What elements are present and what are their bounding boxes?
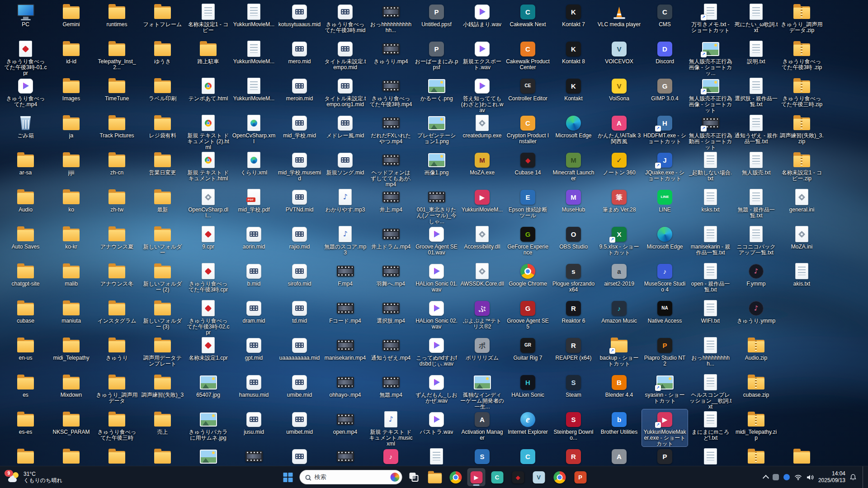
desktop-icon[interactable]: KKontakt 7: [551, 2, 596, 39]
desktop-icon[interactable]: C: [505, 446, 551, 466]
desktop-icon[interactable]: gpt.mid: [231, 335, 277, 372]
volume-icon[interactable]: [807, 474, 814, 480]
desktop-icon[interactable]: zh-tw: [94, 187, 140, 224]
desktop-icon[interactable]: 新しいフォルダー: [140, 224, 185, 261]
desktop-icon[interactable]: ずんだもん_しおかぜ.wav: [414, 372, 459, 409]
desktop-icon[interactable]: ♪: [368, 446, 414, 466]
desktop-icon[interactable]: b.mid: [231, 261, 277, 298]
desktop-icon[interactable]: CCrypton Product Installer: [505, 113, 551, 150]
notification-bell-icon[interactable]: [850, 474, 856, 481]
desktop-icon[interactable]: タイトル未設定.tempo.mid: [322, 39, 368, 76]
desktop-icon[interactable]: mid_学校.mid: [277, 113, 322, 150]
desktop-icon[interactable]: きゅうり_調声用データ: [94, 372, 140, 409]
desktop-icon[interactable]: td.mid: [277, 298, 322, 335]
desktop-icon[interactable]: Fコード.mp4: [322, 298, 368, 335]
desktop-icon[interactable]: ar-sa: [3, 150, 48, 187]
desktop-icon[interactable]: midi_Telepathy.zip: [733, 409, 779, 446]
desktop-icon[interactable]: [733, 446, 779, 466]
desktop-icon[interactable]: PUntitled.ppsf: [414, 2, 459, 39]
desktop-icon[interactable]: eInternet Explorer: [505, 409, 551, 446]
taskbar-yukkuri-movie-maker[interactable]: ▶: [467, 468, 486, 486]
desktop-icon[interactable]: レジ袋有料: [140, 113, 185, 150]
desktop-icon[interactable]: ↗無人販売不正行為画像 - ショートカット: [688, 76, 733, 113]
desktop-icon[interactable]: PPiapro Studio NT2: [642, 335, 688, 372]
desktop-icon[interactable]: createdump.exe: [459, 113, 505, 150]
desktop-icon[interactable]: [140, 446, 185, 466]
desktop-icon[interactable]: フォトフレーム: [140, 2, 185, 39]
desktop-icon[interactable]: manisekarin.mp4: [322, 335, 368, 372]
desktop-icon[interactable]: 名称未設定1.cpr: [185, 335, 231, 372]
desktop-icon[interactable]: 無題 - 親作品一覧.txt: [733, 187, 779, 224]
desktop-icon[interactable]: S: [459, 446, 505, 466]
desktop-icon[interactable]: 選択肢.mp4: [368, 298, 414, 335]
desktop-icon[interactable]: 答え知ってても(わざと)わこれ.wav: [459, 76, 505, 113]
desktop-icon[interactable]: [185, 446, 231, 466]
desktop-icon[interactable]: meroin.mid: [277, 76, 322, 113]
desktop-icon[interactable]: [3, 446, 48, 466]
desktop-icon[interactable]: ♪きゅうり.ymmp: [733, 298, 779, 335]
desktop-icon[interactable]: KKontakt 8: [551, 39, 596, 76]
desktop-icon[interactable]: bBrother Utilities: [596, 409, 642, 446]
desktop-icon[interactable]: パストラ.wav: [414, 409, 459, 446]
desktop-icon[interactable]: chatgpt-site: [3, 261, 48, 298]
taskbar-chrome-profile[interactable]: [551, 468, 569, 486]
desktop-icon[interactable]: manisekarin - 親作品一覧.txt: [688, 224, 733, 261]
desktop-icon[interactable]: ja: [48, 113, 94, 150]
desktop-icon[interactable]: 選択肢 - 親作品一覧.txt: [733, 76, 779, 113]
desktop-icon[interactable]: BBlender 4.4: [596, 372, 642, 409]
desktop-icon[interactable]: ko-kr: [48, 224, 94, 261]
desktop-icon[interactable]: 通知うぜえ.mp4: [368, 335, 414, 372]
desktop-icon[interactable]: おっhhhhhhhhhhhh...: [368, 2, 414, 39]
desktop-icon[interactable]: [779, 446, 825, 466]
desktop-icon[interactable]: CCakewalk Next: [505, 2, 551, 39]
desktop-icon[interactable]: WIFI.txt: [688, 298, 733, 335]
desktop-icon[interactable]: general.ini: [779, 187, 825, 224]
desktop-icon[interactable]: 孤独なインディーゲーム開発者の一生...: [459, 372, 505, 409]
desktop-icon[interactable]: VVOICEVOX: [596, 39, 642, 76]
desktop-icon[interactable]: 新規 テキスト ドキュメント (2).html: [185, 113, 231, 150]
taskbar-google-chrome[interactable]: [447, 468, 465, 486]
start-button[interactable]: [279, 468, 297, 486]
desktop-icon[interactable]: cubase: [3, 298, 48, 335]
tray-app-icon-1[interactable]: [773, 474, 779, 480]
desktop-icon[interactable]: 調声練習(失敗)_3: [140, 372, 185, 409]
desktop-icon[interactable]: VLC media player: [596, 2, 642, 39]
desktop-icon[interactable]: zh-cn: [94, 150, 140, 187]
desktop-icon[interactable]: きゅうり食べってた午後3時-01.cpr: [3, 39, 48, 76]
taskbar-file-explorer[interactable]: [426, 468, 444, 486]
desktop-icon[interactable]: MMoZA.exe: [459, 150, 505, 187]
desktop-icon[interactable]: おっhhhhhhhhhh...: [688, 335, 733, 372]
desktop-icon[interactable]: NANative Access: [642, 298, 688, 335]
desktop-icon[interactable]: [414, 446, 459, 466]
desktop-icon[interactable]: J↗JQuake.exe - ショートカット: [642, 150, 688, 187]
desktop-icon[interactable]: malib: [48, 261, 94, 298]
desktop-icon[interactable]: きゅうり食べってた.mp4: [3, 76, 48, 113]
desktop-icon[interactable]: EEpson 接続診断ツール: [505, 187, 551, 224]
desktop-icon[interactable]: CCMS: [642, 2, 688, 39]
desktop-icon[interactable]: タイトル未設定.tempo.orig1.mid: [322, 76, 368, 113]
taskbar-powerpoint[interactable]: P: [571, 468, 590, 486]
desktop-icon[interactable]: ▶↗YukkuriMovieMaker.exe - ショートカット: [642, 409, 688, 446]
desktop-icon[interactable]: Audio: [3, 187, 48, 224]
desktop-icon[interactable]: 新しいフォルダー (2): [140, 261, 185, 298]
desktop-icon[interactable]: ko: [48, 187, 94, 224]
desktop-icon[interactable]: runtimes: [94, 2, 140, 39]
desktop-icon[interactable]: SSteinberg Downlo...: [551, 409, 596, 446]
desktop-icon[interactable]: PDFmid_学校.pdf: [231, 187, 277, 224]
desktop-icon[interactable]: GGroove Agent SE 5: [505, 298, 551, 335]
desktop-icon[interactable]: NKSC_PARAM: [48, 409, 94, 446]
desktop-icon[interactable]: akis.txt: [779, 261, 825, 298]
search-box[interactable]: 検索: [300, 470, 402, 484]
desktop-icon[interactable]: GGeForce Experience: [505, 224, 551, 261]
desktop-icon[interactable]: id-id: [48, 39, 94, 76]
desktop-icon[interactable]: mid_学校.musemid: [277, 150, 322, 187]
desktop-icon[interactable]: Mixdown: [48, 372, 94, 409]
desktop-icon[interactable]: ニコニコバックアップ一覧.txt: [733, 224, 779, 261]
desktop-icon[interactable]: Pおーばーまにみ.ppsf: [414, 39, 459, 76]
desktop-icon[interactable]: Track Pictures: [94, 113, 140, 150]
desktop-icon[interactable]: ✓ノートン 360: [596, 150, 642, 187]
desktop-icon[interactable]: 羽舞へ.mp4: [368, 261, 414, 298]
desktop-icon[interactable]: MoZA.ini: [779, 224, 825, 261]
desktop-icon[interactable]: 新規ソング.mid: [322, 150, 368, 187]
desktop-icon[interactable]: HHALion Sonic: [505, 372, 551, 409]
